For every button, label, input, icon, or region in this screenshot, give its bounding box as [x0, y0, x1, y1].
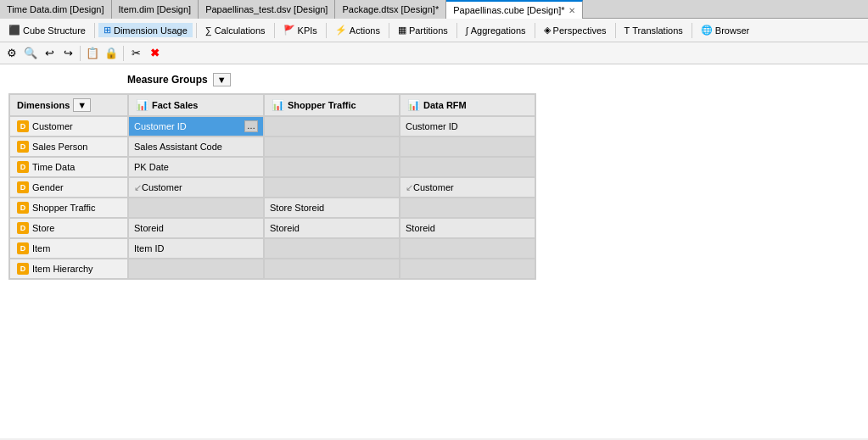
tab-time-data[interactable]: Time Data.dim [Design] [0, 0, 112, 19]
cell-item-hierarchy-fact-sales[interactable] [128, 259, 264, 279]
main-content: Measure Groups ▼ Dimensions ▼ 📊 Fact Sal… [0, 64, 868, 438]
tab-package-label: Package.dtsx [Design]* [342, 4, 439, 14]
toolbar-sep-9 [692, 23, 692, 38]
toolbar-sep-6 [456, 23, 457, 38]
toolbar-sep-3 [274, 23, 275, 38]
cell-gender-fact-sales[interactable]: ↙ Customer [128, 177, 264, 198]
cell-item-fact-sales[interactable]: Item ID [128, 238, 264, 259]
dimension-usage-btn[interactable]: ⊞ Dimension Usage [98, 23, 193, 37]
cell-store-fact-sales[interactable]: Storeid [128, 218, 264, 238]
measure-groups-dropdown[interactable]: ▼ [213, 73, 231, 86]
dimensions-header: Dimensions ▼ [9, 94, 128, 116]
actions-label: Actions [350, 25, 380, 36]
kpis-label: KPIs [298, 25, 317, 36]
cell-sales-person-shopper-traffic[interactable] [264, 136, 400, 157]
cell-item-data-rfm[interactable] [400, 238, 535, 259]
cell-item-hierarchy-shopper-traffic[interactable] [264, 259, 400, 279]
dim-gender-icon: D [17, 181, 29, 193]
tab-bar: Time Data.dim [Design] Item.dim [Design]… [0, 0, 868, 19]
cell-shopper-traffic-shopper-traffic-value: Store Storeid [270, 203, 324, 213]
kpis-btn[interactable]: 🚩 KPIs [278, 23, 322, 37]
dim-sales-person-label: Sales Person [32, 142, 87, 152]
cell-time-data-data-rfm[interactable] [400, 157, 535, 177]
fact-sales-chart-icon: 📊 [136, 99, 148, 111]
aggregations-icon: ∫ [466, 25, 468, 36]
secondary-toolbar: ⚙ 🔍 ↩ ↪ 📋 🔒 ✂ ✖ [0, 42, 868, 64]
cell-sales-person-fact-sales[interactable]: Sales Assistant Code [128, 136, 264, 157]
partitions-icon: ▦ [398, 25, 406, 36]
cell-customer-data-rfm-value: Customer ID [406, 121, 458, 131]
cell-gender-shopper-traffic[interactable] [264, 177, 400, 198]
dimensions-header-label: Dimensions [17, 100, 70, 110]
cell-gender-data-rfm[interactable]: ↙ Customer [400, 177, 535, 198]
dim-item-label: Item [32, 243, 50, 253]
perspectives-btn[interactable]: ◈ Perspectives [539, 23, 612, 37]
tab-item-dim-label: Item.dim [Design] [119, 4, 192, 14]
browser-icon: 🌐 [701, 25, 713, 36]
perspectives-label: Perspectives [553, 25, 607, 36]
cell-shopper-traffic-shopper-traffic[interactable]: Store Storeid [264, 198, 400, 218]
cell-sales-person-data-rfm[interactable] [400, 136, 535, 157]
cell-shopper-traffic-data-rfm[interactable] [400, 198, 535, 218]
dim-item-hierarchy-label: Item Hierarchy [32, 264, 93, 274]
toolbar-sep-1 [94, 23, 95, 38]
cell-store-data-rfm-value: Storeid [406, 223, 435, 233]
translations-btn[interactable]: T Translations [619, 24, 688, 37]
measure-groups-title: Measure Groups [127, 74, 208, 86]
toolbar-sep-4 [326, 23, 327, 38]
tab-cube[interactable]: Papaellinas.cube [Design]* ✕ [446, 0, 582, 19]
actions-icon: ⚡ [335, 25, 347, 36]
dim-shopper-traffic-label: Shopper Traffic [32, 203, 95, 213]
cell-item-shopper-traffic[interactable] [264, 238, 400, 259]
tab-item-dim[interactable]: Item.dim [Design] [112, 0, 199, 19]
cell-time-data-fact-sales[interactable]: PK Date [128, 157, 264, 177]
partitions-btn[interactable]: ▦ Partitions [393, 23, 453, 37]
cell-gender-data-rfm-value: Customer [413, 182, 454, 192]
tb2-copy-btn[interactable]: 📋 [84, 45, 101, 62]
aggregations-btn[interactable]: ∫ Aggregations [461, 24, 531, 37]
dimension-usage-label: Dimension Usage [114, 25, 188, 36]
tb2-lock-btn[interactable]: 🔒 [103, 45, 120, 62]
dimension-usage-grid: Dimensions ▼ 📊 Fact Sales 📊 Shopper Traf… [8, 93, 536, 280]
tb2-cut-btn[interactable]: ✂ [127, 45, 144, 62]
dim-item-icon: D [17, 242, 29, 254]
cell-shopper-traffic-fact-sales[interactable] [128, 198, 264, 218]
cube-structure-label: Cube Structure [23, 25, 86, 36]
dim-customer-icon: D [17, 120, 29, 132]
tab-papaellinas-test[interactable]: Papaellinas_test.dsv [Design] [199, 0, 335, 19]
browser-btn[interactable]: 🌐 Browser [696, 23, 754, 37]
tab-cube-close[interactable]: ✕ [568, 6, 575, 15]
translations-icon: T [624, 25, 630, 36]
dim-gender-label: Gender [32, 182, 64, 192]
cube-structure-btn[interactable]: ⬛ Cube Structure [3, 23, 91, 37]
cell-store-data-rfm[interactable]: Storeid [400, 218, 535, 238]
tab-package[interactable]: Package.dtsx [Design]* [335, 0, 446, 19]
cell-time-data-shopper-traffic[interactable] [264, 157, 400, 177]
tb2-delete-btn[interactable]: ✖ [146, 45, 163, 62]
tb2-search-btn[interactable]: 🔍 [22, 45, 39, 62]
cell-customer-shopper-traffic[interactable] [264, 116, 400, 136]
cell-sales-person-fact-sales-value: Sales Assistant Code [134, 142, 222, 152]
calculations-btn[interactable]: ∑ Calculations [200, 24, 271, 37]
cell-store-shopper-traffic[interactable]: Storeid [264, 218, 400, 238]
actions-btn[interactable]: ⚡ Actions [330, 23, 385, 37]
cell-expand-btn[interactable]: … [244, 120, 258, 132]
dim-item-hierarchy-icon: D [17, 263, 29, 275]
dim-shopper-traffic-icon: D [17, 202, 29, 214]
cell-store-fact-sales-value: Storeid [134, 223, 164, 233]
partitions-label: Partitions [409, 25, 448, 36]
cell-item-hierarchy-data-rfm[interactable] [400, 259, 535, 279]
tb2-undo-btn[interactable]: ↩ [41, 45, 58, 62]
tb2-settings-btn[interactable]: ⚙ [3, 45, 20, 62]
gender-data-rfm-icon: ↙ [406, 182, 413, 193]
cell-customer-data-rfm[interactable]: Customer ID [400, 116, 535, 136]
dimensions-filter-btn[interactable]: ▼ [73, 98, 91, 112]
calculations-label: Calculations [215, 25, 266, 36]
dim-shopper-traffic: D Shopper Traffic [9, 198, 128, 218]
toolbar-sep-2 [196, 23, 197, 38]
cell-customer-fact-sales[interactable]: Customer ID … [128, 116, 264, 136]
measure-groups-header: Measure Groups ▼ [8, 73, 860, 86]
tb2-redo-btn[interactable]: ↪ [59, 45, 76, 62]
col-header-fact-sales: 📊 Fact Sales [128, 94, 264, 116]
dim-customer: D Customer [9, 116, 128, 136]
